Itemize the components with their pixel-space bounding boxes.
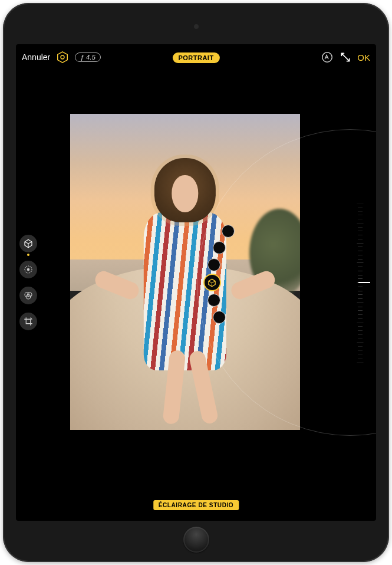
lighting-selector-arc (197, 129, 376, 436)
slider-indicator (358, 282, 370, 283)
tool-crop[interactable] (19, 313, 37, 330)
portrait-badge-icon[interactable] (56, 51, 69, 64)
lighting-option-1[interactable] (213, 241, 226, 254)
lighting-option-2[interactable] (207, 258, 220, 271)
lighting-option-0[interactable] (222, 225, 235, 238)
lighting-option-5[interactable] (213, 311, 226, 324)
topbar-right-group: OK (321, 51, 370, 64)
cancel-button[interactable]: Annuler (22, 52, 50, 62)
lighting-option-4[interactable] (207, 294, 220, 307)
lighting-intensity-slider[interactable] (350, 203, 370, 362)
edit-tool-rail (19, 235, 37, 330)
svg-marker-0 (58, 52, 68, 63)
topbar-left-group: Annuler ƒ 4.5 (22, 51, 101, 64)
mode-pill[interactable]: PORTRAIT (172, 52, 219, 63)
photos-edit-screen: Annuler ƒ 4.5 PORTRAIT OK (16, 44, 376, 521)
done-button[interactable]: OK (357, 52, 370, 63)
editor-topbar: Annuler ƒ 4.5 PORTRAIT OK (16, 44, 376, 70)
lighting-mode-label: ÉCLAIRAGE DE STUDIO (153, 500, 239, 510)
tool-filters[interactable] (19, 287, 37, 304)
tool-portrait-lighting[interactable] (19, 235, 37, 252)
ipad-frame: Annuler ƒ 4.5 PORTRAIT OK (3, 3, 389, 562)
fullscreen-icon[interactable] (340, 51, 351, 63)
fstop-button[interactable]: ƒ 4.5 (75, 52, 101, 62)
lighting-option-selected[interactable] (203, 274, 221, 291)
home-button[interactable] (183, 527, 209, 553)
svg-point-5 (27, 268, 30, 271)
svg-point-1 (61, 55, 64, 59)
tool-adjust[interactable] (19, 261, 37, 278)
markup-icon[interactable] (321, 51, 334, 64)
front-camera-dot (194, 24, 199, 29)
